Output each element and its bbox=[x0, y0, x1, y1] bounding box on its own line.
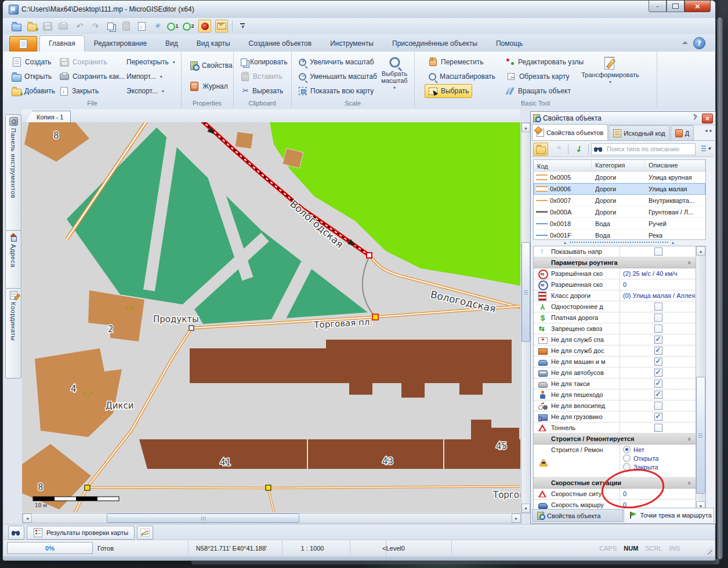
property-group-row[interactable]: Параметры роутинга « bbox=[534, 257, 696, 268]
panel-tab[interactable]: Д bbox=[671, 125, 694, 140]
fit-map-button[interactable]: Показать всю карту bbox=[295, 84, 377, 98]
save-icon[interactable] bbox=[42, 20, 53, 32]
export-file-icon[interactable] bbox=[136, 20, 147, 32]
table-row[interactable]: 0x0007 Дороги Внутрикварта... bbox=[534, 195, 705, 206]
save-as-button[interactable]: Сохранить как... bbox=[56, 70, 128, 83]
undo-icon[interactable]: ↶ bbox=[73, 20, 85, 32]
column-header[interactable]: Категория bbox=[592, 160, 645, 171]
split-icon[interactable]: ✳ bbox=[151, 20, 163, 32]
folder-toggle-icon[interactable] bbox=[533, 143, 548, 156]
scroll-up-icon[interactable]: ▴ bbox=[696, 246, 705, 256]
table-row[interactable]: 0x001F Вода Река bbox=[534, 230, 705, 241]
application-button[interactable] bbox=[9, 36, 37, 52]
overlay-1-icon[interactable]: 1 bbox=[167, 20, 179, 32]
radio-icon[interactable] bbox=[623, 446, 631, 453]
help-icon[interactable]: ? bbox=[693, 37, 705, 49]
checkbox[interactable] bbox=[654, 402, 662, 410]
ribbon-tab[interactable]: Вид карты bbox=[187, 35, 240, 52]
record-icon[interactable] bbox=[198, 20, 211, 32]
splitter[interactable]: ▴▴ bbox=[533, 240, 705, 245]
reopen-button[interactable]: Переоткрыть▾ bbox=[123, 55, 179, 69]
paste-button[interactable]: Вставить bbox=[237, 70, 286, 83]
collapse-icon[interactable]: « bbox=[686, 481, 693, 485]
sort-icon[interactable] bbox=[698, 143, 713, 156]
node-endpoint-selected[interactable] bbox=[367, 253, 372, 258]
panel-tab[interactable]: Исходный код bbox=[609, 125, 670, 140]
node-vertex[interactable] bbox=[85, 485, 90, 490]
map-horizontal-scrollbar[interactable]: ◂ ▸ bbox=[22, 513, 521, 523]
title-bar[interactable]: C:\Users\Max64\Desktop\111.mp - MicroGIS… bbox=[3, 1, 715, 19]
checkbox[interactable] bbox=[654, 391, 662, 399]
overlay-2-icon[interactable]: 2 bbox=[183, 20, 194, 32]
left-panel-tab[interactable]: Адреса bbox=[5, 230, 21, 289]
property-value[interactable]: 0 bbox=[620, 279, 696, 290]
ribbon-tab[interactable]: Помощь bbox=[487, 35, 532, 52]
new-button[interactable]: Создать bbox=[8, 55, 55, 69]
paste-icon[interactable] bbox=[120, 20, 132, 32]
chart-button[interactable] bbox=[137, 526, 153, 540]
add-button[interactable]: +Добавить bbox=[8, 84, 59, 98]
zoom-tool-button[interactable]: Масштабировать bbox=[425, 70, 499, 83]
collapse-icon[interactable]: « bbox=[686, 261, 693, 265]
mail-icon[interactable] bbox=[215, 20, 228, 32]
checkbox[interactable] bbox=[654, 314, 662, 322]
checkbox[interactable] bbox=[654, 347, 662, 355]
ribbon-tab[interactable]: Присоединённые объекты bbox=[383, 35, 487, 52]
copy-button[interactable]: Копировать bbox=[237, 55, 291, 69]
radio-icon[interactable] bbox=[623, 454, 631, 462]
property-value[interactable]: (0) Улица малая / Аллея / bbox=[620, 290, 696, 301]
map-check-results-tab[interactable]: Результаты проверки карты bbox=[27, 526, 135, 540]
checkbox[interactable] bbox=[654, 424, 662, 432]
property-group-row[interactable]: Строится / Ремонтируется « bbox=[534, 434, 696, 445]
cut-button[interactable]: ✂Вырезать bbox=[237, 84, 287, 98]
ribbon-tab[interactable]: Главная bbox=[39, 35, 85, 52]
table-row[interactable]: 0x0006 Дороги Улица малая bbox=[534, 183, 705, 195]
type-search-input[interactable] bbox=[606, 145, 693, 153]
checkbox[interactable] bbox=[654, 325, 662, 333]
column-header[interactable]: Код bbox=[534, 160, 592, 171]
panel-close-icon[interactable]: × bbox=[702, 114, 713, 123]
edit-nodes-button[interactable]: Редактировать узлы bbox=[502, 55, 587, 69]
radio-option[interactable]: Открыта bbox=[623, 454, 658, 462]
left-panel-tab[interactable]: Панель инструментов bbox=[5, 114, 21, 231]
pick-scale-button[interactable]: Выбрать масштаб▾ bbox=[377, 53, 412, 101]
zoom-out-button[interactable]: −Уменьшить масштаб bbox=[295, 70, 381, 83]
type-search-box[interactable] bbox=[591, 143, 696, 155]
grid-scrollbar[interactable]: ▴ ▾ bbox=[696, 246, 706, 511]
scroll-left-icon[interactable]: ◂ bbox=[23, 514, 32, 523]
properties-button[interactable]: Свойства bbox=[186, 59, 236, 72]
property-value[interactable]: (2) 25 м/с / 40 км/ч bbox=[620, 268, 696, 279]
checkbox[interactable] bbox=[654, 413, 662, 421]
property-value[interactable]: 0 bbox=[620, 489, 696, 499]
collapse-icon[interactable]: « bbox=[686, 437, 693, 441]
radio-option[interactable]: Нет bbox=[623, 446, 644, 453]
radio-icon[interactable] bbox=[623, 463, 631, 471]
export-button[interactable]: Экспорт...▾ bbox=[123, 84, 168, 98]
move-button[interactable]: Переместить bbox=[425, 55, 487, 69]
print-icon[interactable] bbox=[57, 20, 69, 32]
panel-bottom-tab[interactable]: Свойства объекта bbox=[532, 509, 623, 522]
tab-scroll-arrows[interactable]: ◂▸ bbox=[705, 128, 713, 136]
checkbox[interactable] bbox=[654, 336, 662, 344]
scroll-right-icon[interactable]: ▸ bbox=[512, 514, 521, 523]
pin-icon[interactable] bbox=[692, 115, 699, 122]
resize-grip[interactable] bbox=[704, 547, 712, 555]
scroll-up-icon[interactable]: ▴ bbox=[521, 123, 530, 132]
document-tab[interactable]: Копия - 1 bbox=[26, 111, 71, 123]
checkbox[interactable] bbox=[654, 380, 662, 388]
checkbox[interactable] bbox=[654, 247, 662, 256]
transform-button[interactable]: Трансформировать▾ bbox=[578, 53, 643, 101]
find-button[interactable] bbox=[8, 526, 24, 540]
select-button[interactable]: Выбрать bbox=[425, 84, 472, 98]
table-row[interactable]: 0x0005 Дороги Улица крупная bbox=[534, 172, 705, 183]
redo-icon[interactable]: ↷ bbox=[89, 20, 100, 32]
maximize-button[interactable] bbox=[667, 1, 684, 12]
ribbon-tab[interactable]: Вид bbox=[156, 35, 187, 52]
crop-map-button[interactable]: Обрезать карту bbox=[502, 70, 573, 83]
panel-tab[interactable]: Свойства объектов bbox=[532, 124, 608, 140]
checkbox[interactable] bbox=[654, 303, 662, 311]
add-map-icon[interactable]: + bbox=[26, 20, 38, 32]
scrollbar-thumb[interactable] bbox=[107, 514, 299, 523]
node-vertex[interactable] bbox=[266, 485, 271, 490]
scrollbar-thumb[interactable] bbox=[521, 242, 530, 342]
